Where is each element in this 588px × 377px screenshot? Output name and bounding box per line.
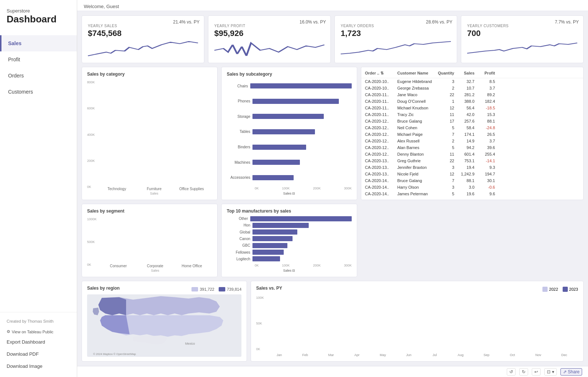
table-cell: 3 [437,165,457,170]
share-btn[interactable]: ⇗ Share [560,368,582,376]
table-cell: CA-2020-10.. [365,86,397,90]
table-cell: CA-2020-11.. [365,112,397,117]
table-cell: 11 [437,152,457,156]
table-cell: 5 [437,145,457,150]
month-label: May [370,353,395,357]
table-cell: 11 [437,112,457,117]
table-cell: 9.6 [477,192,495,196]
sales-by-category-title: Sales by category [87,72,212,77]
segment-x-labels: Consumer Corporate Home Office [98,262,212,268]
legend-label-high: 739,814 [227,287,241,291]
table-cell: 39.6 [477,145,495,150]
bar-canon [252,236,293,241]
mfr-label-gbc: GBC [227,243,252,247]
kpi-customers: 7.7% vs. PY YEARLY CUSTOMERS 700 [461,15,584,63]
table-cell: Bruce Galang [397,119,437,123]
table-cell: 182.4 [477,99,495,104]
table-header: Order .. ⇅ Customer Name Quantity Sales … [361,71,583,78]
table-cell: 3.7 [477,86,495,90]
bottom-row: Sales by region 391,722 739,814 [82,281,584,362]
table-cell: CA-2020-12.. [365,132,397,137]
device-layout-btn[interactable]: ⊡ ▾ [544,368,556,376]
month-label: Mar [319,353,344,357]
sidebar-item-orders[interactable]: Orders [0,68,77,84]
table-row: CA-2020-10..Eugene Hildebrand332.78.5 [361,78,583,85]
table-cell: 42.0 [457,112,477,117]
bar-accessories [252,175,294,180]
manufacturer-bars: Other Hon Global Canon GBC Fellowes Logi… [227,216,352,263]
table-cell: 3.0 [457,185,477,189]
tableau-public-link[interactable]: ⚙ View on Tableau Public [7,329,70,334]
sidebar: Superstore Dashboard Sales Profit Orders… [0,0,77,377]
table-cell: -0.6 [477,185,495,189]
sidebar-item-sales[interactable]: Sales [0,35,77,51]
bar-hon [252,223,309,228]
table-row: CA-2020-12..Alex Russell214.93.7 [361,138,583,144]
sidebar-item-customers[interactable]: Customers [0,84,77,100]
table-cell: CA-2020-14.. [365,192,397,196]
redo-btn[interactable]: ↻ [519,368,528,376]
table-cell: CA-2020-13.. [365,159,397,163]
table-cell: 22 [437,159,457,163]
bar-storage [252,114,324,119]
col-header-sales: Sales [457,71,477,76]
export-dashboard-btn[interactable]: Export Dashboard [7,338,70,346]
table-cell: -14.1 [477,159,495,163]
download-image-btn[interactable]: Download Image [7,362,70,370]
region-header: Sales by region 391,722 739,814 [87,286,241,293]
kpi-sales: 21.4% vs. PY YEARLY SALES $745,568 [82,15,204,63]
subcat-label-tables: Tables [227,130,252,134]
sidebar-nav: Sales Profit Orders Customers [0,35,77,174]
top10-title: Top 10 manufacturers by sales [227,209,352,214]
table-cell: Alan Barnes [397,145,437,150]
subcat-label-binders: Binders [227,145,252,149]
sales-by-segment-title: Sales by segment [87,209,212,214]
created-by: Created by Thomas Smith [7,319,70,323]
kpi-customers-sparkline [467,38,577,58]
table-row: CA-2020-12..Denny Blanton11601.4255.4 [361,151,583,157]
back-btn[interactable]: ↩ [532,368,541,376]
undo-btn[interactable]: ↺ [507,368,516,376]
mfr-label-hon: Hon [227,223,252,227]
subcategory-bars: Chairs Phones Storage Tables Binders Mac… [227,79,352,186]
table-cell: CA-2020-14.. [365,178,397,183]
month-label: Sep [474,353,499,357]
table-cell: CA-2020-14.. [365,185,397,189]
table-cell: 3.7 [477,139,495,143]
download-pdf-btn[interactable]: Download PDF [7,350,70,358]
sidebar-footer: Created by Thomas Smith ⚙ View on Tablea… [0,312,77,377]
category-y-axis: 800K600K400K200K0K [87,79,96,195]
table-cell: 88.1 [457,178,477,183]
subcat-label-phones: Phones [227,99,252,103]
table-cell: 8.5 [477,79,495,84]
category-x-labels: Technology Furniture Office Supplies [96,185,212,191]
legend-label-2022: 2022 [549,287,558,291]
sales-by-region-card: Sales by region 391,722 739,814 [82,281,247,362]
table-cell: Doug O'Connell [397,99,437,104]
mfr-label-global: Global [227,230,252,234]
kpi-orders: 28.6% vs. PY YEARLY ORDERS 1,723 [334,15,457,63]
subcat-label-chairs: Chairs [227,84,250,88]
sidebar-item-profit[interactable]: Profit [0,51,77,68]
table-cell: 88.1 [477,119,495,123]
table-cell: CA-2020-11.. [365,99,397,104]
table-cell: 17 [437,119,457,123]
bar-machines [252,160,300,165]
region-legend-high: 739,814 [219,287,241,291]
bar-fellowes [252,250,284,255]
table-cell: 2 [437,86,457,90]
table-cell: 19.4 [457,165,477,170]
month-label: Jul [422,353,447,357]
table-cell: Tracy Zic [397,112,437,117]
table-cell: CA-2020-11.. [365,106,397,110]
table-cell: 7 [437,132,457,137]
table-cell: Denny Blanton [397,152,437,156]
table-cell: Jane Waco [397,93,437,97]
kpi-orders-vs: 28.6% vs. PY [426,19,452,25]
sales-by-category-card: Sales by category 800K600K400K200K0K [82,67,218,200]
bar-gbc [252,243,287,248]
table-cell: 32.7 [457,79,477,84]
table-scroll[interactable]: CA-2020-10..Eugene Hildebrand332.78.5CA-… [361,78,583,196]
table-row: CA-2020-14..Bruce Galang788.130.1 [361,177,583,184]
month-label: Feb [293,353,318,357]
